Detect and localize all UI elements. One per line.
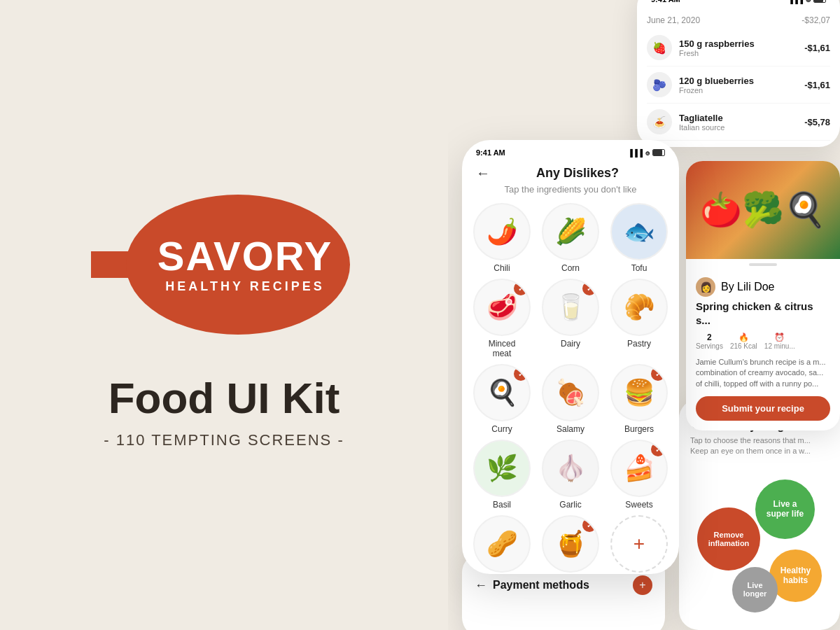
dislikes-header: ← Any Dislikes? — [462, 161, 679, 184]
check-icon-curry: ✓ — [514, 367, 528, 381]
time-label: 12 minu... — [764, 342, 795, 350]
dislikes-status-icons: ▐▐▐ ⌾ — [628, 149, 665, 157]
ingredient-chili[interactable]: 🌶️ Chili — [470, 203, 533, 273]
recipe-image: 🍅🥦🍳 — [686, 161, 840, 259]
transaction-status-bar: 9:41 AM ▐▐▐ ⌾ — [637, 0, 840, 8]
ingredient-circle-sweets: 🍰 ✓ — [610, 440, 668, 497]
recipe-stat-servings: 2 Servings — [696, 332, 723, 350]
goals-bubbles: Removeinflamation Live asuper life Healt… — [690, 465, 829, 620]
transaction-item[interactable]: 🫐 120 g blueberries Frozen -$1,61 — [647, 66, 830, 104]
ingredient-label-corn: Corn — [561, 263, 580, 273]
ingredient-dairy[interactable]: 🥛 ✓ Dairy — [539, 279, 602, 358]
recipe-description: Jamie Cullum's brunch recipe is a m... c… — [686, 357, 840, 396]
ingredient-label-tofu: Tofu — [631, 263, 648, 273]
ingredient-minced-meat[interactable]: 🥩 ✓ Mincedmeat — [470, 279, 533, 358]
submit-recipe-button[interactable]: Submit your recipe — [696, 396, 830, 421]
ingredient-corn[interactable]: 🌽 Corn — [539, 203, 602, 273]
ingredient-label-burgers: Burgers — [624, 424, 654, 434]
item-amount: -$1,61 — [804, 43, 830, 53]
recipe-stats: 2 Servings 🔥 216 Kcal ⏰ 12 minu... — [686, 332, 840, 357]
item-name: 150 g raspberries — [679, 38, 804, 49]
goal-bubble-live-longer[interactable]: Livelonger — [732, 567, 778, 612]
payment-title-row: ← Payment methods — [475, 578, 589, 593]
kcal-label: 216 Kcal — [730, 342, 757, 350]
item-sub: Frozen — [679, 86, 804, 94]
payment-title: Payment methods — [493, 579, 589, 592]
goals-screen: 9:41 AM ← What is your goal Tap to choos… — [679, 399, 840, 630]
ingredient-label-garlic: Garlic — [559, 500, 581, 510]
ingredient-burgers[interactable]: 🍔 ✓ Burgers — [608, 364, 671, 434]
transaction-info: Tagliatelle Italian source — [679, 113, 804, 132]
ingredient-label-sweets: Sweets — [625, 500, 652, 510]
ingredient-nuts[interactable]: 🥜 Nuts — [470, 515, 533, 574]
dislikes-title: Any Dislikes? — [490, 166, 665, 181]
ingredient-curry[interactable]: 🍳 ✓ Curry — [470, 364, 533, 434]
dislikes-subtitle: Tap the ingredients you don't like — [462, 184, 679, 203]
ingredient-tofu[interactable]: 🐟 Tofu — [608, 203, 671, 273]
recipe-stat-time: ⏰ 12 minu... — [764, 332, 795, 350]
transaction-icon-raspberries: 🍓 — [647, 35, 672, 60]
kcal-value: 🔥 — [738, 332, 749, 342]
ingredient-circle-garlic: 🧄 — [542, 440, 599, 497]
servings-label: Servings — [696, 342, 723, 350]
transaction-info: 150 g raspberries Fresh — [679, 38, 804, 57]
ingredient-circle-corn: 🌽 — [542, 203, 599, 260]
servings-value: 2 — [707, 332, 712, 342]
goals-subtitle: Tap to choose the reasons that m... Keep… — [690, 435, 829, 457]
ingredient-circle-dairy: 🥛 ✓ — [542, 279, 599, 336]
payment-back-button[interactable]: ← — [475, 578, 487, 593]
ingredient-salamy[interactable]: 🍖 Salamy — [539, 364, 602, 434]
transaction-icon-tagliatelle: 🍝 — [647, 109, 672, 134]
brand-tagline: HEALTHY RECIPES — [158, 279, 333, 294]
recipe-card: 🍅🥦🍳 👩 By Lili Doe Spring chicken & citru… — [686, 161, 840, 430]
ingredient-label-curry: Curry — [491, 424, 512, 434]
ingredient-circle-peanut-butter: 🍯 ✓ — [542, 515, 599, 573]
transaction-screen: 9:41 AM ▐▐▐ ⌾ June 21, 2020 -$32,07 🍓 15… — [637, 0, 840, 147]
phone-screens-container: 9:41 AM ▐▐▐ ⌾ June 21, 2020 -$32,07 🍓 15… — [448, 0, 840, 630]
ingredient-label-pastry: Pastry — [627, 339, 651, 349]
item-name: Tagliatelle — [679, 113, 804, 123]
recipe-food-emoji: 🍅🥦🍳 — [686, 161, 840, 259]
ingredient-peanut-butter[interactable]: 🍯 ✓ PeanutButter — [539, 515, 602, 574]
ingredient-garlic[interactable]: 🧄 Garlic — [539, 440, 602, 510]
ingredient-label-chili: Chili — [493, 263, 510, 273]
ingredient-circle-pastry: 🥐 — [610, 279, 668, 336]
ingredient-label-minced-meat: Mincedmeat — [489, 339, 516, 358]
right-section: 9:41 AM ▐▐▐ ⌾ June 21, 2020 -$32,07 🍓 15… — [448, 0, 840, 630]
status-icons: ▐▐▐ ⌾ — [788, 0, 826, 4]
time-icon: ⏰ — [774, 332, 785, 342]
transaction-item[interactable]: 🍓 150 g raspberries Fresh -$1,61 — [647, 29, 830, 66]
transaction-time: 9:41 AM — [651, 0, 680, 4]
ingredient-circle-burgers: 🍔 ✓ — [610, 364, 668, 421]
transaction-info: 120 g blueberries Frozen — [679, 76, 804, 94]
ingredient-grid: 🌶️ Chili 🌽 Corn 🐟 Tofu — [462, 203, 679, 574]
add-more-button[interactable]: + — [610, 515, 668, 573]
item-amount: -$1,61 — [804, 80, 830, 90]
transaction-item[interactable]: 🍝 Tagliatelle Italian source -$5,78 — [647, 104, 830, 141]
goal-bubble-remove-inflammation[interactable]: Removeinflamation — [697, 507, 760, 570]
dislikes-status-bar: 9:41 AM ▐▐▐ ⌾ — [462, 140, 679, 161]
author-avatar: 👩 — [696, 277, 715, 297]
check-icon-burgers: ✓ — [651, 367, 665, 381]
payment-header: ← Payment methods + — [475, 575, 652, 595]
ingredient-sweets[interactable]: 🍰 ✓ Sweets — [608, 440, 671, 510]
ingredient-pastry[interactable]: 🥐 Pastry — [608, 279, 671, 358]
ingredient-basil[interactable]: 🌿 Basil — [470, 440, 533, 510]
back-button[interactable]: ← — [476, 165, 490, 181]
recipe-title: Spring chicken & citrus s... — [686, 300, 840, 332]
ingredient-circle-chili: 🌶️ — [473, 203, 531, 260]
transaction-list: June 21, 2020 -$32,07 🍓 150 g raspberrie… — [637, 8, 840, 147]
item-name: 120 g blueberries — [679, 76, 804, 86]
dislikes-screen: 9:41 AM ▐▐▐ ⌾ ← Any Dislikes? Tap the in… — [462, 140, 679, 574]
wifi-icon: ⌾ — [806, 0, 811, 4]
add-more-item[interactable]: + — [608, 515, 671, 574]
ingredient-circle-curry: 🍳 ✓ — [473, 364, 531, 421]
goal-bubble-live-super[interactable]: Live asuper life — [755, 479, 815, 539]
dislikes-time: 9:41 AM — [476, 148, 505, 157]
screens-count: - 110 TEMPTING SCREENS - — [104, 431, 344, 449]
left-section: SAVORY HEALTHY RECIPES Food UI Kit - 110… — [0, 0, 448, 630]
payment-add-button[interactable]: + — [633, 575, 652, 595]
date-amount: -$32,07 — [802, 15, 830, 25]
check-icon-peanut-butter: ✓ — [582, 518, 596, 532]
card-divider — [749, 263, 777, 266]
